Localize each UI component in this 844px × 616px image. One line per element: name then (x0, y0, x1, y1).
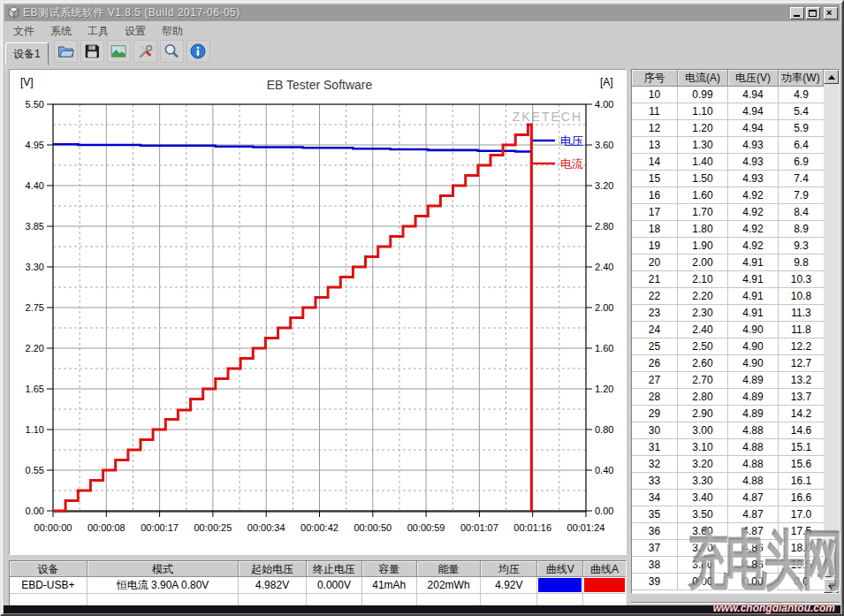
svg-text:1.20: 1.20 (595, 384, 613, 394)
column-header: 序号 (632, 70, 678, 87)
summary-row: EBD-USB+恒电流 3.90A 0.80V4.982V0.000V41mAh… (10, 577, 626, 594)
toolbar-buttons (54, 40, 210, 63)
table-cell: 2.70 (678, 372, 728, 389)
table-cell: 39 (632, 574, 678, 590)
table-row[interactable]: 343.404.8716.6 (632, 490, 824, 506)
svg-text:00:01:07: 00:01:07 (460, 522, 498, 533)
svg-text:00:00:00: 00:00:00 (34, 522, 72, 533)
table-row[interactable]: 100.994.944.9 (632, 87, 824, 103)
table-scrollbar[interactable] (824, 70, 839, 593)
summary-header: 均压 (481, 561, 537, 577)
table-row[interactable]: 272.704.8913.2 (632, 372, 824, 389)
table-row[interactable]: 171.704.928.4 (632, 204, 824, 221)
curve-a-swatch (584, 578, 625, 592)
table-row[interactable]: 333.304.8816.1 (632, 473, 824, 490)
table-row[interactable]: 191.904.929.3 (632, 238, 824, 255)
svg-text:[V]: [V] (20, 76, 34, 88)
table-cell: 4.94 (728, 103, 779, 120)
table-cell: 31 (632, 439, 678, 456)
table-row[interactable]: 181.804.928.9 (632, 221, 824, 238)
summary-header: 设备 (10, 561, 87, 577)
table-cell: 4.88 (728, 422, 779, 439)
table-row[interactable]: 121.204.945.9 (632, 120, 824, 137)
table-cell: 1.70 (678, 204, 728, 221)
table-row[interactable]: 222.204.9110.8 (632, 288, 824, 305)
table-cell: 1.60 (678, 187, 728, 204)
table-row[interactable]: 232.304.9111.3 (632, 305, 824, 322)
table-cell: 13.2 (779, 372, 824, 389)
about-info-button[interactable] (186, 40, 210, 63)
table-row[interactable]: 252.504.9012.2 (632, 338, 824, 355)
table-cell: 12.2 (779, 338, 824, 355)
summary-header: 曲线V (537, 561, 583, 577)
table-cell: 1.40 (678, 154, 728, 171)
table-row[interactable]: 242.404.9011.8 (632, 322, 824, 338)
table-cell: 10 (632, 87, 678, 103)
table-row[interactable]: 141.404.936.9 (632, 154, 824, 171)
chart-panel: 5.504.954.403.853.302.752.201.651.100.55… (9, 69, 626, 554)
table-header-row: 序号电流(A)电压(V)功率(W) (632, 70, 824, 87)
table-cell: 6.4 (779, 137, 824, 154)
watermark-url: www.chongdiantou.com (713, 602, 835, 614)
tools-button[interactable] (133, 40, 157, 63)
table-row[interactable]: 262.604.9012.7 (632, 355, 824, 372)
table-cell: 9.3 (779, 238, 824, 255)
tab-device1[interactable]: 设备1 (5, 42, 49, 65)
svg-text:00:00:59: 00:00:59 (407, 522, 445, 533)
about-info-icon (189, 42, 207, 60)
open-file-icon (57, 42, 74, 60)
table-row[interactable]: 111.104.945.4 (632, 103, 824, 120)
app-window: EB测试系统软件 V1.8.5 (Build 2017-06-05) × 文件系… (0, 0, 844, 616)
table-row[interactable]: 161.604.927.9 (632, 187, 824, 204)
menu-item[interactable]: 帮助 (154, 23, 191, 40)
table-cell: 28 (632, 389, 678, 406)
table-cell: 32 (632, 456, 678, 473)
table-cell: 0.99 (678, 87, 728, 103)
table-cell: 14.6 (779, 422, 824, 439)
scroll-up-icon[interactable] (824, 70, 839, 84)
menu-item[interactable]: 文件 (5, 23, 42, 40)
summary-value: 4.92V (481, 577, 537, 594)
maximize-button[interactable] (806, 7, 820, 19)
table-cell: 16.1 (779, 473, 824, 490)
table-cell: 34 (632, 490, 678, 506)
svg-text:00:00:42: 00:00:42 (300, 522, 338, 533)
table-cell: 1.50 (678, 171, 728, 187)
table-cell: 11.3 (779, 305, 824, 322)
export-image-button[interactable] (107, 40, 131, 63)
table-row[interactable]: 151.504.937.4 (632, 171, 824, 187)
table-row[interactable]: 282.804.8913.7 (632, 389, 824, 406)
close-button[interactable]: × (824, 7, 838, 19)
table-cell: 3.10 (678, 439, 728, 456)
table-cell: 18 (632, 221, 678, 238)
table-cell: 4.87 (728, 490, 779, 506)
table-row[interactable]: 202.004.919.8 (632, 255, 824, 271)
table-row[interactable]: 131.304.936.4 (632, 137, 824, 154)
table-cell: 5.4 (779, 103, 824, 120)
menu-item[interactable]: 工具 (80, 23, 117, 40)
table-cell: 12 (632, 120, 678, 137)
zoom-button[interactable] (160, 40, 184, 63)
summary-header: 能量 (417, 561, 482, 577)
table-cell: 4.88 (728, 439, 779, 456)
svg-text:00:01:24: 00:01:24 (567, 522, 605, 533)
table-cell: 1.30 (678, 137, 728, 154)
minimize-button[interactable] (790, 7, 804, 19)
table-row[interactable]: 212.104.9110.3 (632, 271, 824, 288)
column-header: 电压(V) (728, 70, 779, 87)
save-file-button[interactable] (80, 40, 104, 63)
svg-text:3.85: 3.85 (26, 221, 44, 232)
svg-text:3.20: 3.20 (595, 180, 613, 191)
table-row[interactable]: 303.004.8814.6 (632, 422, 824, 439)
menu-item[interactable]: 设置 (117, 23, 154, 40)
open-file-button[interactable] (54, 40, 78, 63)
svg-text:2.20: 2.20 (26, 343, 44, 354)
tools-icon (136, 42, 154, 60)
svg-text:4.40: 4.40 (26, 180, 44, 191)
menu-item[interactable]: 系统 (42, 23, 80, 40)
table-row[interactable]: 292.904.8914.2 (632, 406, 824, 422)
svg-text:1.65: 1.65 (26, 384, 44, 394)
table-row[interactable]: 313.104.8815.1 (632, 439, 824, 456)
table-cell: 2.60 (678, 355, 728, 372)
table-row[interactable]: 323.204.8815.6 (632, 456, 824, 473)
